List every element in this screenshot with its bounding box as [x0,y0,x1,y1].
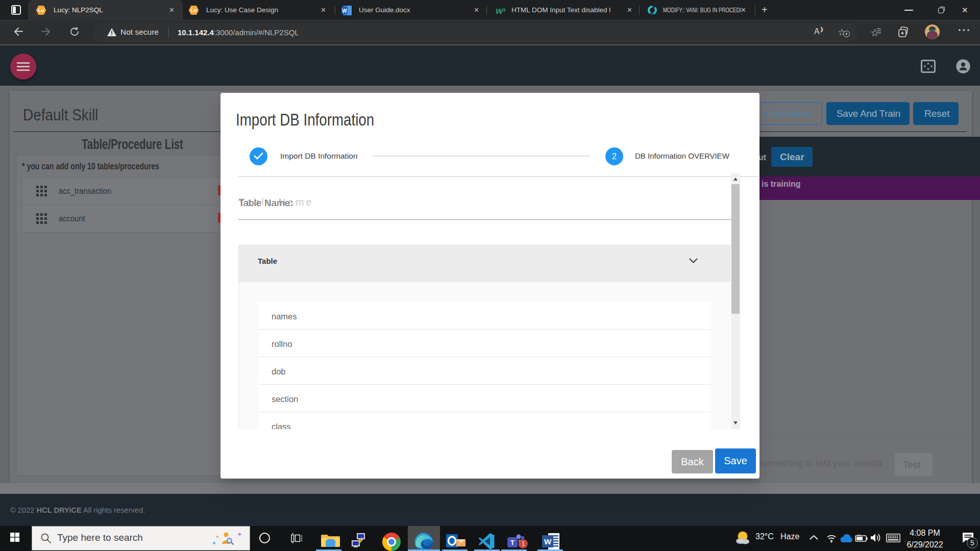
svg-text:T: T [510,539,514,546]
svg-text:W: W [544,537,552,546]
svg-text:W: W [342,8,347,14]
